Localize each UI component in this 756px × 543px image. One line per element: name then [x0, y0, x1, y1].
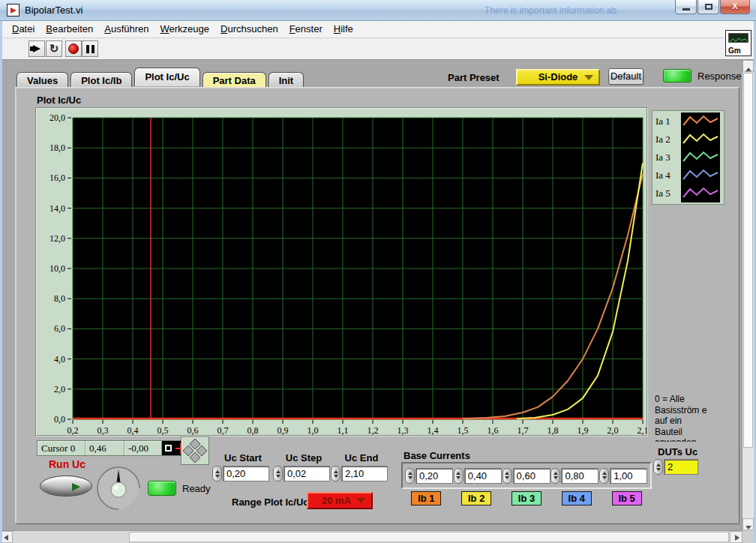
plot-canvas[interactable]: 0,20,30,40,50,60,70,80,91,01,11,21,31,41… [36, 108, 646, 435]
svg-text:14,0: 14,0 [50, 203, 65, 214]
spin-down-icon[interactable] [456, 476, 460, 479]
base-current-value-1[interactable]: 0,20 [416, 468, 453, 484]
uc-end-value[interactable]: 2,10 [341, 466, 388, 482]
uc-start-spinner[interactable] [212, 466, 222, 482]
tab-values[interactable]: Values [16, 72, 68, 88]
duts-note: 0 = Alle Basisström e auf ein Bauteil an… [655, 394, 707, 442]
vertical-scroll-thumb[interactable] [743, 73, 753, 448]
dial-knob[interactable] [95, 465, 142, 512]
svg-text:0,5: 0,5 [158, 425, 169, 435]
cursor-move-pad[interactable] [181, 436, 209, 465]
tag-slot: Ib 5 [602, 491, 652, 506]
ib-label-1: Ib 1 [411, 491, 441, 506]
duts-spinner[interactable] [653, 459, 663, 475]
scroll-up-button[interactable] [742, 60, 754, 72]
legend-item[interactable]: Ia 3 [656, 148, 724, 166]
spin-up-icon[interactable] [505, 472, 509, 475]
tag-slot: Ib 1 [401, 491, 452, 506]
menu-item-werkzeuge[interactable]: Werkzeuge [155, 21, 215, 38]
base-current-value-3[interactable]: 0,60 [513, 468, 550, 484]
close-button[interactable]: X [720, 0, 750, 14]
menu-item-durchsuchen[interactable]: Durchsuchen [215, 21, 284, 38]
run-continuously-button[interactable]: ↻ [46, 40, 62, 57]
base-current-spinner[interactable] [502, 468, 512, 484]
tab-plot-ic-uc[interactable]: Plot Ic/Uc [134, 68, 200, 86]
base-current-tags: Ib 1Ib 2Ib 3Ib 4Ib 5 [401, 491, 652, 506]
vi-connector-icon[interactable]: Gm [725, 30, 752, 56]
uc-step-spinner[interactable] [273, 466, 283, 482]
pause-icon [86, 45, 89, 53]
run-uc-button[interactable] [40, 476, 92, 496]
run-button[interactable] [28, 40, 45, 57]
cursor-x-value[interactable]: 0,46 [86, 441, 124, 455]
spin-down-icon[interactable] [602, 476, 607, 479]
spin-up-icon[interactable] [554, 472, 558, 475]
spin-up-icon[interactable] [334, 470, 338, 473]
scroll-right-button[interactable] [730, 531, 742, 543]
tab-init[interactable]: Init [268, 72, 304, 88]
svg-text:0,0: 0,0 [54, 414, 65, 424]
spin-down-icon[interactable] [276, 475, 280, 478]
minimize-button[interactable] [675, 0, 697, 14]
menu-item-fenster[interactable]: Fenster [284, 21, 328, 38]
spin-down-icon[interactable] [554, 476, 558, 479]
base-current-spinner[interactable] [405, 468, 415, 484]
svg-text:0,4: 0,4 [128, 425, 139, 435]
maximize-button[interactable] [698, 0, 719, 14]
legend-item[interactable]: Ia 1 [656, 112, 724, 130]
cursor-y-value[interactable]: -0,00 [124, 441, 162, 455]
ib-label-2: Ib 2 [461, 491, 491, 506]
uc-step-value[interactable]: 0,02 [284, 466, 330, 482]
base-current-spinner[interactable] [550, 468, 560, 484]
horizontal-scroll-thumb[interactable] [129, 532, 729, 542]
legend-item[interactable]: Ia 2 [656, 130, 724, 148]
uc-end-spinner[interactable] [331, 466, 340, 482]
default-button[interactable]: Default [608, 68, 644, 85]
title-bar[interactable]: BipolarTest.vi There is important inform… [0, 0, 756, 21]
menu-item-hilfe[interactable]: Hilfe [328, 21, 358, 38]
menu-item-ausführen[interactable]: Ausführen [99, 21, 154, 38]
ib-label-3: Ib 3 [512, 491, 542, 506]
run-icon [33, 45, 40, 52]
window-controls: X [674, 0, 750, 14]
duts-uc-value[interactable]: 2 [664, 459, 698, 475]
base-current-field-4: 0,80 [550, 468, 599, 484]
part-preset-label: Part Preset [448, 72, 500, 83]
base-currents-label: Base Currents [404, 450, 470, 461]
tab-plot-ic-ib[interactable]: Plot Ic/Ib [70, 72, 132, 88]
scroll-down-button[interactable] [742, 518, 754, 530]
base-current-spinner[interactable] [454, 468, 464, 484]
spin-up-icon[interactable] [215, 470, 220, 473]
spin-down-icon[interactable] [334, 475, 338, 478]
spin-up-icon[interactable] [602, 472, 607, 475]
pause-button[interactable] [82, 40, 98, 57]
arrow-left-icon [4, 535, 8, 541]
spin-up-icon[interactable] [456, 472, 460, 475]
part-preset-select[interactable]: Si-Diode [516, 69, 600, 86]
spin-up-icon[interactable] [276, 470, 280, 473]
vertical-scrollbar[interactable] [742, 60, 754, 530]
cursor-name[interactable]: Cursor 0 [38, 441, 86, 455]
base-current-value-5[interactable]: 1,00 [610, 468, 647, 484]
spin-up-icon[interactable] [408, 472, 412, 475]
spin-down-icon[interactable] [408, 476, 412, 479]
spin-down-icon[interactable] [215, 475, 220, 478]
legend-item[interactable]: Ia 5 [656, 184, 724, 202]
uc-start-value[interactable]: 0,20 [223, 466, 269, 482]
spin-up-icon[interactable] [656, 464, 661, 466]
vi-mini-graph-icon [728, 33, 748, 43]
horizontal-scrollbar[interactable] [0, 530, 756, 543]
menu-item-datei[interactable]: Datei [7, 21, 40, 38]
menu-item-bearbeiten[interactable]: Bearbeiten [40, 21, 98, 38]
svg-text:0,9: 0,9 [278, 425, 289, 435]
svg-text:12,0: 12,0 [50, 233, 65, 244]
tab-part-data[interactable]: Part Data [202, 72, 266, 88]
spin-down-icon[interactable] [656, 468, 661, 471]
legend-item[interactable]: Ia 4 [656, 166, 724, 184]
base-current-value-4[interactable]: 0,80 [561, 468, 598, 484]
base-current-value-2[interactable]: 0,40 [464, 468, 502, 484]
base-current-spinner[interactable] [599, 468, 609, 484]
range-select[interactable]: 20 mA [307, 492, 373, 509]
abort-button[interactable] [65, 40, 82, 57]
spin-down-icon[interactable] [505, 476, 509, 479]
